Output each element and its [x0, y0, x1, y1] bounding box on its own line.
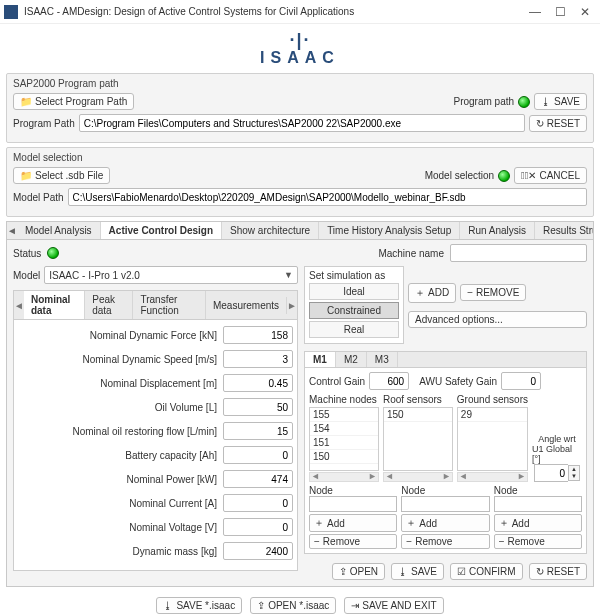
nominal-input-1[interactable] — [223, 350, 293, 368]
nominal-label-1: Nominal Dynamic Speed [m/s] — [18, 354, 223, 365]
node3-input[interactable] — [494, 496, 582, 512]
node2-input[interactable] — [401, 496, 489, 512]
list-item[interactable]: 150 — [384, 408, 452, 422]
open-button[interactable]: ⇪OPEN — [332, 563, 385, 580]
save-isaac-button[interactable]: ⭳SAVE *.isaac — [156, 597, 242, 614]
node3-remove[interactable]: −Remove — [494, 534, 582, 549]
tab-time-history[interactable]: Time History Analysis Setup — [319, 222, 460, 239]
status-led — [47, 247, 59, 259]
program-panel-title: SAP2000 Program path — [13, 78, 587, 89]
nominal-label-9: Dynamic mass [kg] — [18, 546, 223, 557]
subtab-transfer-function[interactable]: Transfer Function — [133, 291, 206, 319]
list-item[interactable]: 151 — [310, 436, 378, 450]
reset-icon: ↻ — [536, 566, 544, 577]
nominal-label-4: Nominal oil restoring flow [L/min] — [18, 426, 223, 437]
mtab-m3[interactable]: M3 — [367, 352, 398, 367]
exit-icon: ⇥ — [351, 600, 359, 611]
nominal-input-5[interactable] — [223, 446, 293, 464]
mtab-m1[interactable]: M1 — [305, 352, 336, 367]
node2-remove[interactable]: −Remove — [401, 534, 489, 549]
node1-input[interactable] — [309, 496, 397, 512]
tab-run-analysis[interactable]: Run Analysis — [460, 222, 535, 239]
list-item[interactable]: 150 — [310, 450, 378, 464]
save-button[interactable]: ⭳SAVE — [391, 563, 444, 580]
node1-add[interactable]: ＋Add — [309, 514, 397, 532]
nominal-input-9[interactable] — [223, 542, 293, 560]
node1-remove[interactable]: −Remove — [309, 534, 397, 549]
nominal-input-6[interactable] — [223, 470, 293, 488]
save-exit-button[interactable]: ⇥SAVE AND EXIT — [344, 597, 443, 614]
program-path-input[interactable] — [79, 114, 525, 132]
angle-spinner[interactable]: ▲▼ — [534, 464, 580, 482]
window-title: ISAAC - AMDesign: Design of Active Contr… — [24, 6, 354, 17]
maximize-button[interactable]: ☐ — [555, 5, 566, 19]
model-selection-status-label: Model selection — [425, 170, 494, 181]
machine-name-input[interactable] — [450, 244, 587, 262]
sim-constrained-button[interactable]: Constrained — [309, 302, 399, 319]
subtab-scroll-left[interactable]: ◄ — [14, 300, 24, 311]
list-item[interactable]: 154 — [310, 422, 378, 436]
subtab-measurements[interactable]: Measurements — [206, 297, 287, 314]
angle-input[interactable] — [534, 464, 568, 482]
program-save-button[interactable]: ⭳ SAVE — [534, 93, 587, 110]
remove-machine-button[interactable]: − REMOVE — [460, 284, 526, 301]
machine-nodes-list[interactable]: 155154151150 — [309, 407, 379, 471]
nominal-input-3[interactable] — [223, 398, 293, 416]
nominal-label-0: Nominal Dynamic Force [kN] — [18, 330, 223, 341]
model-path-input[interactable] — [68, 188, 587, 206]
model-cancel-button[interactable]: �⃞✕ CANCEL — [514, 167, 587, 184]
close-button[interactable]: ✕ — [580, 5, 590, 19]
node2-add[interactable]: ＋Add — [401, 514, 489, 532]
nominal-input-7[interactable] — [223, 494, 293, 512]
subtab-peak-data[interactable]: Peak data — [85, 291, 133, 319]
nominal-input-8[interactable] — [223, 518, 293, 536]
confirm-button[interactable]: ☑CONFIRM — [450, 563, 523, 580]
mtab-m2[interactable]: M2 — [336, 352, 367, 367]
plus-icon: ＋ — [499, 516, 509, 530]
advanced-options-button[interactable]: Advanced options... — [408, 311, 587, 328]
plus-icon: ＋ — [406, 516, 416, 530]
tab-active-control-design[interactable]: Active Control Design — [101, 222, 222, 239]
angle-label-1: Angle wrt — [538, 434, 576, 444]
tab-scroll-left[interactable]: ◄ — [7, 225, 17, 236]
minimize-button[interactable]: — — [529, 5, 541, 19]
roof-sensors-list[interactable]: 150 — [383, 407, 453, 471]
program-reset-button[interactable]: ↻ RESET — [529, 115, 587, 132]
program-save-label: SAVE — [554, 96, 580, 107]
nominal-input-2[interactable] — [223, 374, 293, 392]
status-label: Status — [13, 248, 41, 259]
tab-model-analysis[interactable]: Model Analysis — [17, 222, 101, 239]
tab-results-structure[interactable]: Results Structure — [535, 222, 594, 239]
tab-show-architecture[interactable]: Show architecture — [222, 222, 319, 239]
angle-up[interactable]: ▲ — [569, 466, 579, 473]
nominal-input-4[interactable] — [223, 422, 293, 440]
open-isaac-button[interactable]: ⇪OPEN *.isaac — [250, 597, 336, 614]
model-selection-panel: Model selection 📁 Select .sdb File Model… — [6, 147, 594, 217]
model-select[interactable]: ISAAC - I-Pro 1 v2.0 ▼ — [44, 266, 298, 284]
add-machine-button[interactable]: ＋ ADD — [408, 283, 456, 303]
awu-gain-input[interactable] — [501, 372, 541, 390]
download-icon: ⭳ — [541, 96, 551, 107]
reset-button[interactable]: ↻RESET — [529, 563, 587, 580]
ground-sensors-scroll[interactable] — [457, 472, 528, 482]
machine-nodes-header: Machine nodes — [309, 394, 379, 405]
program-reset-label: RESET — [547, 118, 580, 129]
sim-ideal-button[interactable]: Ideal — [309, 283, 399, 300]
list-item[interactable]: 29 — [458, 408, 527, 422]
list-item[interactable]: 155 — [310, 408, 378, 422]
sim-real-button[interactable]: Real — [309, 321, 399, 338]
machine-nodes-scroll[interactable] — [309, 472, 379, 482]
control-gain-input[interactable] — [369, 372, 409, 390]
subtab-nominal-data[interactable]: Nominal data — [24, 291, 85, 319]
roof-sensors-scroll[interactable] — [383, 472, 453, 482]
nominal-label-8: Nominal Voltage [V] — [18, 522, 223, 533]
node3-add[interactable]: ＋Add — [494, 514, 582, 532]
select-sdb-button[interactable]: 📁 Select .sdb File — [13, 167, 110, 184]
ground-sensors-list[interactable]: 29 — [457, 407, 528, 471]
subtab-scroll-right[interactable]: ► — [287, 300, 297, 311]
nominal-input-0[interactable] — [223, 326, 293, 344]
control-gain-label: Control Gain — [309, 376, 365, 387]
select-program-path-button[interactable]: 📁 Select Program Path — [13, 93, 134, 110]
app-icon — [4, 5, 18, 19]
angle-down[interactable]: ▼ — [569, 473, 579, 480]
